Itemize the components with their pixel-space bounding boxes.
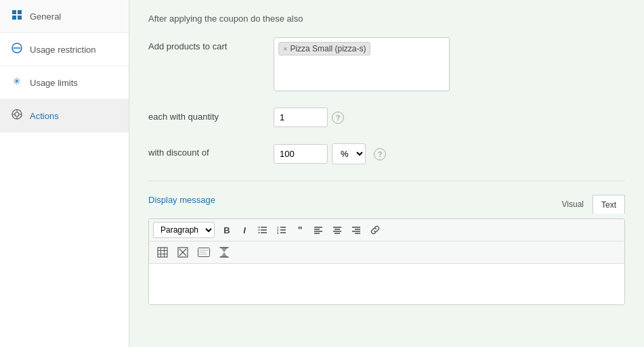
svg-text:3.: 3. xyxy=(277,231,279,235)
svg-rect-3 xyxy=(18,16,22,20)
quantity-row: each with quantity ? xyxy=(148,108,625,127)
svg-rect-2 xyxy=(12,16,16,20)
sidebar-item-actions[interactable]: Actions xyxy=(0,99,129,133)
sidebar-item-usage-restriction[interactable]: Usage restriction xyxy=(0,33,129,66)
link-button[interactable] xyxy=(366,222,384,238)
ordered-list-button[interactable]: 1.2.3. xyxy=(273,222,291,238)
sidebar-item-label-usage-limits: Usage limits xyxy=(30,78,78,88)
editor-toolbar-row2 xyxy=(149,241,624,264)
usage-restriction-icon xyxy=(11,43,23,56)
bold-button[interactable]: B xyxy=(219,222,235,238)
editor-wrapper: Paragraph Heading 1 Heading 2 B I 1.2.3.… xyxy=(148,218,625,305)
align-center-button[interactable] xyxy=(328,222,346,238)
svg-rect-37 xyxy=(158,248,167,257)
general-icon xyxy=(11,9,23,23)
divider xyxy=(148,181,625,181)
discount-label: with discount of xyxy=(148,143,274,158)
editor-body[interactable] xyxy=(149,264,624,304)
actions-icon xyxy=(11,109,23,122)
unordered-list-button[interactable] xyxy=(254,222,272,238)
editor-tab-group: Visual Text xyxy=(553,195,625,213)
quantity-label: each with quantity xyxy=(148,108,274,122)
discount-input-row: % $ ? xyxy=(274,143,625,164)
discount-control: % $ ? xyxy=(274,143,625,164)
code-button[interactable] xyxy=(194,244,214,260)
display-message-section: Display message Visual Text Paragraph He… xyxy=(148,195,625,305)
svg-point-18 xyxy=(259,232,260,233)
display-message-label: Display message xyxy=(148,195,215,205)
usage-limits-icon: ✳ xyxy=(11,76,23,89)
sidebar-item-label-usage-restriction: Usage restriction xyxy=(30,45,96,55)
product-tag: × Pizza Small (pizza-s) xyxy=(278,42,370,55)
tag-remove-button[interactable]: × xyxy=(283,45,287,53)
discount-type-select[interactable]: % $ xyxy=(332,143,366,164)
svg-rect-1 xyxy=(18,10,22,14)
add-products-label: Add products to cart xyxy=(148,37,274,51)
tag-input-area[interactable]: × Pizza Small (pizza-s) xyxy=(274,37,450,91)
svg-text:✳: ✳ xyxy=(13,76,21,87)
editor-toolbar-row1: Paragraph Heading 1 Heading 2 B I 1.2.3.… xyxy=(149,219,624,241)
sidebar-item-label-actions: Actions xyxy=(30,111,59,121)
sidebar: General Usage restriction ✳ Usage limits xyxy=(0,0,129,347)
sidebar-item-label-general: General xyxy=(30,11,61,22)
discount-row: with discount of % $ ? xyxy=(148,143,625,164)
quantity-control: ? xyxy=(274,108,625,127)
svg-point-17 xyxy=(259,229,260,231)
tab-text[interactable]: Text xyxy=(593,195,625,214)
align-left-button[interactable] xyxy=(309,222,327,238)
svg-point-8 xyxy=(15,112,19,116)
italic-button[interactable]: I xyxy=(236,222,253,238)
add-products-row: Add products to cart × Pizza Small (pizz… xyxy=(148,37,625,91)
tab-visual[interactable]: Visual xyxy=(553,195,593,213)
sidebar-item-general[interactable]: General xyxy=(0,0,129,33)
section-title: After applying the coupon do these also xyxy=(148,14,625,24)
discount-input[interactable] xyxy=(274,144,328,164)
blockquote-button[interactable]: " xyxy=(292,222,308,238)
svg-rect-0 xyxy=(12,10,16,14)
tag-label: Pizza Small (pizza-s) xyxy=(290,44,366,53)
discount-help-icon[interactable]: ? xyxy=(374,148,386,160)
svg-point-16 xyxy=(259,227,260,228)
table-button[interactable] xyxy=(153,244,172,260)
hourglass-button[interactable] xyxy=(215,244,233,260)
sidebar-item-usage-limits[interactable]: ✳ Usage limits xyxy=(0,66,129,99)
paragraph-select[interactable]: Paragraph Heading 1 Heading 2 xyxy=(153,222,215,238)
align-right-button[interactable] xyxy=(347,222,365,238)
add-products-control: × Pizza Small (pizza-s) xyxy=(274,37,625,91)
quantity-help-icon[interactable]: ? xyxy=(332,112,344,124)
resize-button[interactable] xyxy=(173,244,192,260)
quantity-input[interactable] xyxy=(274,108,328,127)
main-content: After applying the coupon do these also … xyxy=(129,0,644,347)
